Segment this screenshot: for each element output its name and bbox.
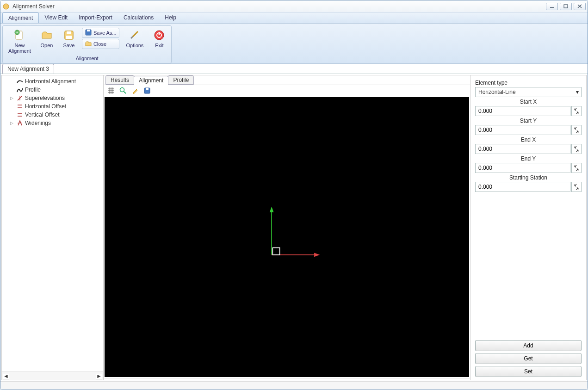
viewport-toolbar bbox=[104, 85, 470, 96]
svg-rect-9 bbox=[67, 31, 71, 34]
close-label: Close bbox=[93, 41, 106, 47]
svg-rect-33 bbox=[146, 88, 149, 90]
tab-results[interactable]: Results bbox=[105, 75, 134, 85]
stepper-icon[interactable] bbox=[571, 182, 582, 192]
save-as-label: Save As... bbox=[93, 30, 117, 36]
menu-calculations[interactable]: Calculations bbox=[118, 12, 159, 23]
set-button[interactable]: Set bbox=[475, 366, 582, 377]
tree-label: Widenings bbox=[25, 120, 51, 126]
folder-open-icon bbox=[40, 29, 53, 42]
tree-scrollbar[interactable]: ◄ ► bbox=[2, 371, 103, 380]
super-icon bbox=[17, 95, 23, 101]
titlebar: Alignment Solver bbox=[0, 0, 588, 12]
zoom-icon[interactable] bbox=[118, 86, 128, 95]
power-icon bbox=[153, 29, 166, 42]
statusbar: 423.26, -1222.44, bbox=[104, 378, 470, 380]
svg-point-30 bbox=[120, 87, 124, 92]
ribbon: + New Alignment Open Save Save As... bbox=[0, 24, 588, 64]
folder-icon bbox=[85, 40, 92, 48]
tree-label: Superelevations bbox=[25, 95, 65, 101]
stepper-icon[interactable] bbox=[571, 106, 582, 116]
get-button[interactable]: Get bbox=[475, 353, 582, 364]
element-type-label: Element type bbox=[475, 80, 582, 86]
options-button[interactable]: Options bbox=[123, 28, 146, 49]
menu-view-edit[interactable]: View Edit bbox=[39, 12, 73, 23]
tree-label: Vertical Offset bbox=[25, 111, 59, 118]
scroll-right-icon[interactable]: ► bbox=[96, 373, 102, 379]
open-button[interactable]: Open bbox=[37, 28, 56, 49]
svg-point-0 bbox=[3, 4, 9, 9]
svg-rect-2 bbox=[564, 5, 568, 8]
tree-body[interactable]: Horizontal Alignment Profile ▷ Superelev… bbox=[2, 75, 103, 371]
stepper-icon[interactable] bbox=[571, 125, 582, 135]
menu-alignment[interactable]: Alignment bbox=[2, 12, 39, 23]
new-alignment-button[interactable]: + New Alignment bbox=[6, 28, 34, 55]
end-y-input[interactable] bbox=[475, 163, 570, 173]
save-button[interactable]: Save bbox=[60, 28, 78, 49]
disk-icon bbox=[85, 29, 92, 37]
svg-text:+: + bbox=[16, 31, 19, 35]
expand-icon[interactable]: ▷ bbox=[10, 121, 13, 125]
viewport[interactable] bbox=[105, 97, 469, 377]
tab-alignment[interactable]: Alignment bbox=[134, 76, 168, 85]
tree-label: Horizontal Offset bbox=[25, 103, 66, 110]
maximize-button[interactable] bbox=[560, 3, 572, 10]
field-label-starty: Start Y bbox=[475, 118, 582, 124]
edit-icon[interactable] bbox=[130, 86, 140, 95]
open-label: Open bbox=[40, 43, 53, 48]
tree-panel: Horizontal Alignment Profile ▷ Superelev… bbox=[2, 75, 104, 380]
stepper-icon[interactable] bbox=[571, 163, 582, 173]
grid-icon[interactable] bbox=[106, 86, 116, 95]
main-area: Horizontal Alignment Profile ▷ Superelev… bbox=[1, 75, 587, 380]
starting-station-input[interactable] bbox=[475, 182, 570, 192]
new-file-icon: + bbox=[13, 29, 26, 42]
svg-marker-37 bbox=[314, 253, 320, 257]
tree-label: Horizontal Alignment bbox=[25, 78, 76, 85]
save-icon bbox=[62, 29, 75, 42]
end-x-input[interactable] bbox=[475, 144, 570, 154]
element-type-select[interactable]: Horizontal-Line ▾ bbox=[475, 87, 582, 97]
chevron-down-icon[interactable]: ▾ bbox=[573, 87, 581, 97]
cursor-coords: 423.26, -1222.44, bbox=[106, 379, 150, 380]
tree-item-horizontal-offset[interactable]: Horizontal Offset bbox=[2, 102, 103, 111]
field-label-station: Starting Station bbox=[475, 174, 582, 181]
menu-help[interactable]: Help bbox=[159, 12, 182, 23]
close-file-button[interactable]: Close bbox=[82, 39, 120, 49]
options-label: Options bbox=[126, 43, 143, 48]
save-as-button[interactable]: Save As... bbox=[82, 28, 120, 38]
scroll-left-icon[interactable]: ◄ bbox=[3, 373, 9, 379]
new-alignment-label: New Alignment bbox=[8, 43, 31, 54]
h-align-icon bbox=[17, 78, 23, 85]
document-tabs: New Alignment 3 bbox=[0, 64, 588, 74]
add-button[interactable]: Add bbox=[475, 340, 582, 351]
tools-icon bbox=[128, 29, 141, 42]
svg-marker-35 bbox=[270, 207, 274, 212]
expand-icon[interactable]: ▷ bbox=[10, 96, 13, 100]
tab-profile[interactable]: Profile bbox=[168, 75, 194, 85]
start-y-input[interactable] bbox=[475, 125, 570, 135]
element-type-value: Horizontal-Line bbox=[476, 89, 573, 95]
svg-rect-38 bbox=[272, 248, 279, 254]
minimize-button[interactable] bbox=[546, 3, 558, 10]
footer-bar bbox=[0, 381, 588, 390]
tree-item-superelevations[interactable]: ▷ Superelevations bbox=[2, 94, 103, 102]
widening-icon bbox=[17, 120, 23, 126]
tree-item-profile[interactable]: Profile bbox=[2, 86, 103, 94]
ribbon-group-alignment: + New Alignment Open Save Save As... bbox=[2, 25, 172, 63]
properties-panel: Element type Horizontal-Line ▾ Start X S… bbox=[470, 75, 586, 380]
close-button[interactable] bbox=[574, 3, 586, 10]
menu-import-export[interactable]: Import-Export bbox=[73, 12, 118, 23]
center-tabs: Results Alignment Profile bbox=[104, 75, 470, 85]
tree-item-horizontal-alignment[interactable]: Horizontal Alignment bbox=[2, 77, 103, 86]
field-label-endy: End Y bbox=[475, 155, 582, 162]
exit-label: Exit bbox=[155, 43, 163, 48]
save-view-icon[interactable] bbox=[142, 86, 152, 95]
save-label: Save bbox=[63, 43, 74, 48]
exit-button[interactable]: Exit bbox=[150, 28, 168, 49]
tree-item-widenings[interactable]: ▷ Widenings bbox=[2, 119, 103, 127]
stepper-icon[interactable] bbox=[571, 144, 582, 154]
document-tab-active[interactable]: New Alignment 3 bbox=[2, 64, 54, 74]
svg-line-31 bbox=[124, 92, 126, 93]
start-x-input[interactable] bbox=[475, 106, 570, 116]
tree-item-vertical-offset[interactable]: Vertical Offset bbox=[2, 111, 103, 119]
